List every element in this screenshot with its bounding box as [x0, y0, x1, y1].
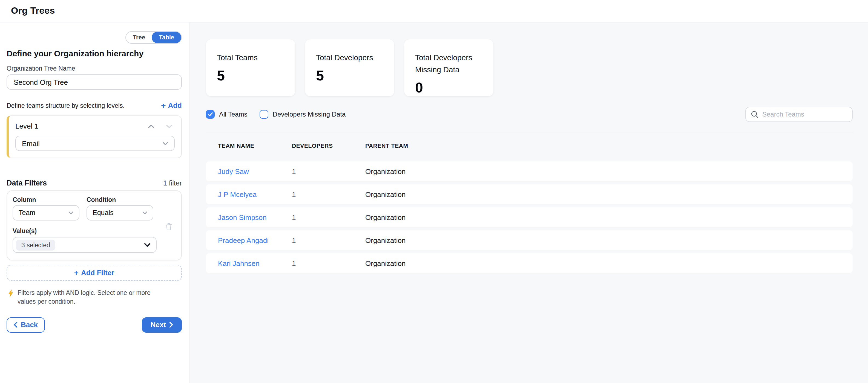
condition-select[interactable]: Equals	[87, 205, 153, 220]
chevron-left-icon	[14, 322, 18, 328]
developers-count: 1	[292, 167, 365, 175]
teams-table: TEAM NAME DEVELOPERS PARENT TEAM Judy Sa…	[206, 132, 852, 273]
tree-name-label: Organization Tree Name	[7, 65, 182, 72]
stat-label: Total Teams	[217, 51, 284, 64]
column-label: Column	[12, 197, 80, 203]
level-title: Level 1	[16, 122, 38, 130]
next-button[interactable]: Next	[142, 317, 182, 333]
values-label: Value(s)	[12, 228, 176, 234]
table-row[interactable]: Kari Jahnsen 1 Organization	[206, 253, 852, 273]
parent-team: Organization	[365, 259, 852, 267]
stat-label: Total Developers	[316, 51, 383, 64]
parent-team: Organization	[365, 190, 852, 198]
parent-team: Organization	[365, 213, 852, 221]
lightning-bolt-icon	[8, 289, 14, 297]
chevron-down-icon	[163, 141, 168, 145]
chevron-down-icon	[144, 243, 151, 247]
search-teams-input[interactable]	[762, 110, 847, 118]
values-multiselect[interactable]: 3 selected	[12, 237, 157, 253]
team-name-link[interactable]: Kari Jahnsen	[218, 259, 292, 267]
team-name-link[interactable]: Jason Simpson	[218, 213, 292, 221]
parent-team: Organization	[365, 167, 852, 175]
plus-icon: +	[161, 102, 166, 109]
filter-card: Column Team Condition Equals	[7, 190, 182, 260]
stat-value: 5	[316, 68, 383, 82]
main-content: Total Teams 5 Total Developers 5 Total D…	[190, 23, 868, 383]
column-header-developers: DEVELOPERS	[292, 142, 365, 149]
chevron-down-icon	[68, 211, 73, 214]
back-button[interactable]: Back	[7, 317, 45, 333]
filter-count: 1 filter	[163, 179, 182, 187]
org-trees-app: Org Trees Tree Table Define your Organiz…	[0, 0, 868, 383]
hierarchy-heading: Define your Organization hierarchy	[7, 49, 182, 58]
table-row[interactable]: J P Mcelyea 1 Organization	[206, 184, 852, 204]
data-filters-heading: Data Filters	[7, 179, 47, 187]
tree-name-input[interactable]	[7, 74, 182, 90]
developers-count: 1	[292, 259, 365, 267]
all-teams-checkbox-group[interactable]: All Teams	[206, 110, 248, 119]
toggle-table-option[interactable]: Table	[152, 32, 181, 43]
filters-note: Filters apply with AND logic. Select one…	[18, 289, 169, 306]
move-level-down-button[interactable]	[166, 124, 173, 128]
team-name-link[interactable]: J P Mcelyea	[218, 190, 292, 198]
delete-filter-button[interactable]	[165, 223, 173, 231]
level-field-select[interactable]: Email	[16, 136, 175, 151]
stat-card-total-developers: Total Developers 5	[305, 39, 394, 96]
stat-value: 0	[415, 80, 483, 95]
stat-card-total-teams: Total Teams 5	[206, 39, 295, 96]
view-toggle[interactable]: Tree Table	[126, 31, 182, 44]
condition-label: Condition	[87, 197, 153, 203]
all-teams-label: All Teams	[219, 110, 248, 118]
sidebar: Tree Table Define your Organization hier…	[0, 23, 190, 383]
table-row[interactable]: Judy Saw 1 Organization	[206, 162, 852, 181]
add-level-button[interactable]: + Add	[161, 101, 182, 109]
plus-icon: +	[74, 269, 78, 277]
parent-team: Organization	[365, 236, 852, 244]
stat-label: Total Developers Missing Data	[415, 51, 483, 75]
search-teams-box[interactable]	[745, 107, 852, 122]
all-teams-checkbox[interactable]	[206, 110, 215, 119]
table-row[interactable]: Jason Simpson 1 Organization	[206, 207, 852, 227]
toggle-tree-option[interactable]: Tree	[126, 32, 152, 43]
missing-data-checkbox[interactable]	[259, 110, 268, 119]
team-name-link[interactable]: Judy Saw	[218, 167, 292, 175]
page-title: Org Trees	[11, 5, 55, 16]
column-select[interactable]: Team	[12, 205, 80, 220]
developers-count: 1	[292, 190, 365, 198]
search-icon	[751, 110, 758, 118]
stat-value: 5	[217, 68, 284, 82]
missing-data-checkbox-group[interactable]: Developers Missing Data	[259, 110, 346, 119]
developers-count: 1	[292, 213, 365, 221]
top-header: Org Trees	[0, 0, 868, 23]
team-name-link[interactable]: Pradeep Angadi	[218, 236, 292, 244]
chevron-down-icon	[143, 211, 147, 214]
column-header-parent-team: PARENT TEAM	[365, 142, 852, 149]
stat-card-developers-missing-data: Total Developers Missing Data 0	[404, 39, 493, 96]
add-filter-button[interactable]: + Add Filter	[7, 265, 182, 281]
selected-count-chip: 3 selected	[16, 239, 56, 250]
move-level-up-button[interactable]	[148, 124, 154, 128]
chevron-right-icon	[169, 322, 173, 328]
missing-data-label: Developers Missing Data	[273, 110, 346, 118]
developers-count: 1	[292, 236, 365, 244]
level-card: Level 1 Email	[7, 115, 182, 158]
table-row[interactable]: Pradeep Angadi 1 Organization	[206, 230, 852, 250]
column-header-team-name: TEAM NAME	[218, 142, 292, 149]
levels-description: Define teams structure by selecting leve…	[7, 102, 125, 109]
